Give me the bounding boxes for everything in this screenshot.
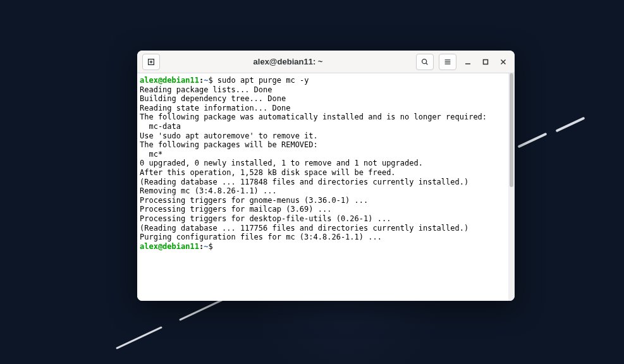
svg-rect-9 [484, 59, 488, 64]
maximize-button[interactable] [478, 54, 493, 70]
window-title: alex@debian11: ~ [161, 57, 415, 66]
output-line: Removing mc (3:4.8.26-1.1) ... [140, 186, 277, 195]
new-tab-button[interactable] [142, 54, 160, 70]
output-line: mc* [140, 150, 162, 159]
output-line: 0 upgraded, 0 newly installed, 1 to remo… [140, 159, 423, 167]
bg-decoration [517, 133, 547, 149]
output-line: The following package was automatically … [140, 112, 487, 121]
output-line: (Reading database ... 117756 files and d… [140, 224, 468, 233]
output-line: Processing triggers for desktop-file-uti… [140, 214, 391, 223]
command-text [213, 76, 217, 85]
output-line: Reading state information... Done [140, 104, 290, 112]
svg-line-4 [426, 63, 428, 64]
output-line: Building dependency tree... Done [140, 94, 286, 103]
output-line: Processing triggers for mailcap (3.69) .… [140, 205, 331, 214]
hamburger-icon [443, 58, 452, 66]
search-button[interactable] [416, 54, 434, 70]
output-line: The following packages will be REMOVED: [140, 140, 318, 149]
output-line: Processing triggers for gnome-menus (3.3… [140, 196, 368, 205]
svg-point-3 [422, 59, 427, 63]
minimize-icon [465, 59, 471, 65]
prompt-user-host: alex@debian11 [140, 242, 199, 251]
terminal-window: alex@debian11: ~ [137, 51, 515, 301]
maximize-icon [482, 59, 489, 65]
search-icon [420, 58, 429, 66]
output-line: After this operation, 1,528 kB disk spac… [140, 168, 396, 177]
prompt-symbol: $ [208, 242, 212, 251]
output-line: (Reading database ... 117848 files and d… [140, 178, 468, 186]
bg-decoration [555, 117, 585, 133]
scrollbar-thumb[interactable] [510, 73, 513, 187]
output-line: Use 'sudo apt autoremove' to remove it. [140, 131, 318, 140]
prompt-symbol: $ [208, 76, 212, 85]
close-icon [500, 59, 506, 65]
output-line: Purging configuration files for mc (3:4.… [140, 233, 382, 241]
prompt-user-host: alex@debian11 [140, 76, 199, 85]
minimize-button[interactable] [460, 54, 475, 70]
output-line: Reading package lists... Done [140, 85, 272, 94]
scrollbar[interactable] [508, 73, 515, 301]
bg-decoration [179, 298, 226, 321]
titlebar: alex@debian11: ~ [137, 51, 515, 73]
close-button[interactable] [496, 54, 511, 70]
menu-button[interactable] [439, 54, 456, 70]
output-line: mc-data [140, 122, 181, 131]
command-text: sudo apt purge mc -y [217, 76, 309, 85]
terminal-content[interactable]: alex@debian11:~$ sudo apt purge mc -y Re… [137, 73, 515, 301]
bg-decoration [116, 326, 162, 349]
new-tab-icon [147, 58, 156, 66]
